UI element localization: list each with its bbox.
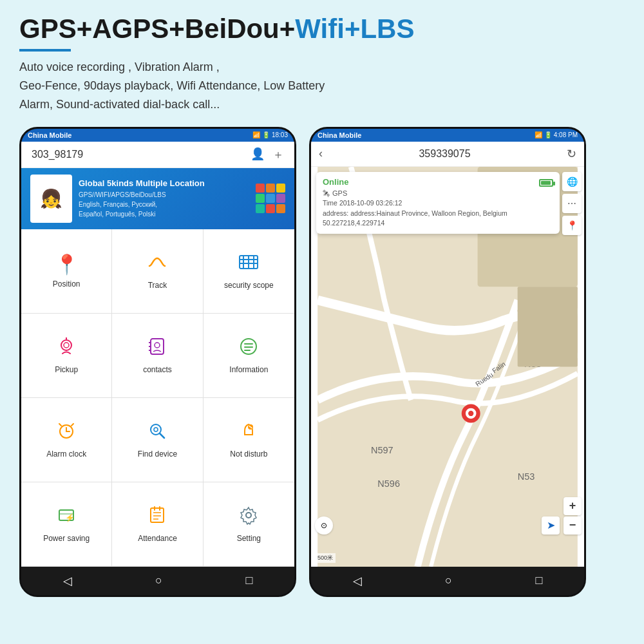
phone-2: China Mobile 📶 🔋 4:08 PM ‹ 359339075 ↻: [309, 127, 586, 597]
gps-line: 🛰 GPS: [323, 189, 553, 197]
banner-main: Global 5kinds Multiple Location: [79, 178, 205, 188]
phone-1-content: 303_98179 👤 ＋ 👧 Global 5kinds Multiple L…: [21, 142, 294, 567]
power-saving-label: Power saving: [43, 534, 90, 543]
title-blue-part: Wifi+LBS: [295, 14, 414, 44]
attendance-label: Attendance: [138, 534, 177, 543]
app-track[interactable]: Track: [112, 229, 203, 314]
svg-point-6: [61, 340, 71, 350]
banner-cubes: [256, 184, 285, 213]
globe-btn[interactable]: 🌐: [562, 172, 582, 191]
pickup-icon: [56, 336, 77, 361]
security-scope-label: security scope: [224, 281, 274, 290]
svg-rect-32: [151, 508, 164, 522]
title-underline: [19, 49, 71, 52]
app-security-scope[interactable]: security scope: [204, 229, 294, 314]
not-disturb-label: Not disturb: [230, 450, 267, 459]
app-banner: 👧 Global 5kinds Multiple Location GPS//W…: [21, 168, 294, 229]
recent-btn-1[interactable]: □: [245, 574, 252, 587]
coords-info: 50.227218,4.229714: [323, 218, 553, 229]
app-information[interactable]: Information: [204, 314, 294, 398]
map-scale: 500米: [315, 553, 336, 563]
app-setting[interactable]: Setting: [204, 482, 294, 567]
svg-line-22: [71, 424, 73, 426]
recent-btn-2[interactable]: □: [535, 574, 542, 587]
app-alarm-clock[interactable]: Alarm clock: [21, 398, 112, 482]
banner-sub1: GPS//WIFI/APGS/BeiDou/LBS: [79, 190, 205, 200]
home-btn-2[interactable]: ○: [445, 574, 452, 587]
app-power-saving[interactable]: ⚡ Power saving: [21, 482, 112, 567]
compass-button[interactable]: ⊙: [315, 516, 333, 535]
carrier-2: China Mobile: [317, 131, 361, 139]
alarm-clock-icon: [56, 421, 77, 446]
phones-row: China Mobile 📶 🔋 18:03 303_98179 👤 ＋ 👧 G…: [0, 127, 644, 597]
zoom-out[interactable]: −: [564, 516, 582, 535]
app-not-disturb[interactable]: Not disturb: [204, 398, 294, 482]
carrier-1: China Mobile: [28, 131, 71, 139]
svg-text:N53: N53: [518, 471, 535, 482]
app-contacts[interactable]: contacts: [112, 314, 203, 398]
svg-point-7: [64, 343, 69, 348]
top-section: GPS+AGPS+BeiDou+Wifi+LBS Auto voice reco…: [0, 0, 644, 120]
app-pickup[interactable]: Pickup: [21, 314, 112, 398]
app-attendance[interactable]: Attendance: [112, 482, 203, 567]
track-label: Track: [148, 281, 167, 290]
position-icon: 📍: [55, 253, 79, 276]
bottom-nav-2: ◁ ○ □: [311, 567, 584, 595]
subtitle-text: Auto voice recording , Vibration Alarm ,…: [19, 58, 625, 113]
back-arrow[interactable]: ‹: [319, 147, 323, 160]
svg-text:N596: N596: [377, 478, 400, 489]
svg-point-10: [155, 343, 160, 348]
status-bar-1: China Mobile 📶 🔋 18:03: [21, 129, 294, 142]
bottom-nav-1: ◁ ○ □: [21, 567, 294, 595]
find-device-label: Find device: [138, 450, 177, 459]
not-disturb-icon: [238, 421, 259, 446]
main-title: GPS+AGPS+BeiDou+Wifi+LBS: [19, 13, 625, 45]
svg-point-25: [154, 428, 158, 431]
battery-indicator: [539, 179, 553, 187]
map-side-buttons: 🌐 ⋯ 📍: [562, 172, 582, 235]
location-type: GPS: [332, 189, 347, 197]
device-id: 359339075: [419, 148, 470, 160]
phone-1: China Mobile 📶 🔋 18:03 303_98179 👤 ＋ 👧 G…: [19, 127, 296, 597]
online-badge: Online: [323, 177, 348, 187]
location-btn[interactable]: 📍: [562, 216, 582, 235]
back-btn-2[interactable]: ◁: [353, 574, 362, 588]
contacts-icon: [147, 336, 167, 361]
zoom-in[interactable]: +: [564, 497, 582, 515]
svg-line-24: [160, 433, 164, 438]
refresh-icon[interactable]: ↻: [567, 147, 576, 161]
svg-rect-9: [151, 339, 164, 354]
layers-btn[interactable]: ⋯: [562, 194, 582, 213]
banner-text: Global 5kinds Multiple Location GPS//WIF…: [79, 178, 205, 219]
back-btn-1[interactable]: ◁: [63, 574, 72, 588]
power-saving-icon: ⚡: [56, 505, 77, 530]
track-icon: [147, 252, 167, 277]
find-device-icon: [147, 421, 167, 446]
time-1: 18:03: [272, 131, 288, 138]
time-info: Time 2018-10-09 03:26:12: [323, 198, 553, 209]
app-header: 303_98179 👤 ＋: [21, 142, 294, 168]
svg-text:⚡: ⚡: [65, 513, 75, 522]
zoom-buttons: + −: [564, 497, 582, 535]
satellite-icon: 🛰: [323, 189, 330, 197]
svg-line-21: [59, 424, 61, 426]
app-grid: 📍 Position Track: [21, 229, 294, 567]
status-icons-2: 📶 🔋 4:08 PM: [535, 131, 578, 138]
navigation-arrow[interactable]: ➤: [542, 516, 560, 535]
svg-text:N597: N597: [371, 445, 393, 455]
time-2: 4:08 PM: [554, 131, 578, 138]
add-icon[interactable]: ＋: [272, 147, 284, 162]
alarm-clock-label: Alarm clock: [46, 450, 86, 459]
map-area: N597 N596 N53 N53 Rue du Falin: [311, 167, 584, 567]
svg-point-38: [246, 513, 251, 518]
phone-2-content: ‹ 359339075 ↻ N597 N5: [311, 142, 584, 567]
app-find-device[interactable]: Find device: [112, 398, 203, 482]
status-bar-2: China Mobile 📶 🔋 4:08 PM: [311, 129, 584, 142]
app-position[interactable]: 📍 Position: [21, 229, 112, 314]
attendance-icon: [147, 505, 167, 530]
user-icon[interactable]: 👤: [251, 147, 265, 162]
contacts-label: contacts: [143, 365, 172, 374]
address-info: address: address:Hainaut Province, Wallo…: [323, 209, 553, 219]
home-btn-1[interactable]: ○: [155, 574, 162, 587]
setting-icon: [238, 505, 259, 530]
